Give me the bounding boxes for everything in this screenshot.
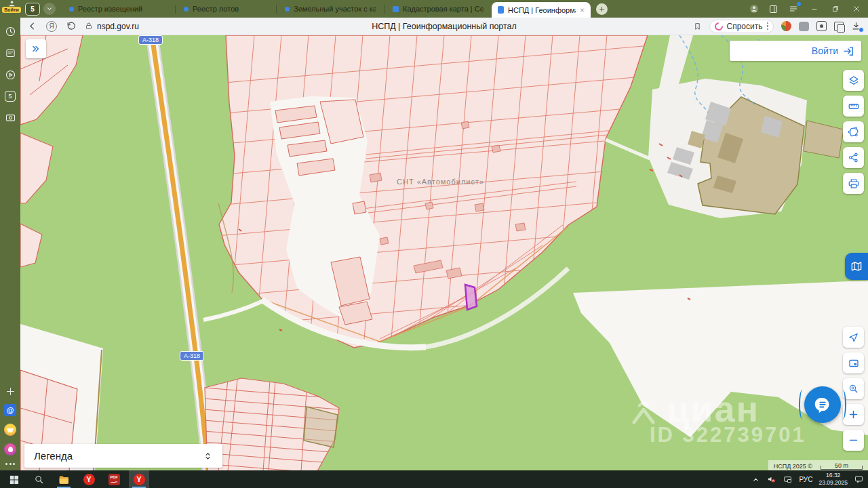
- downloads-button[interactable]: [851, 21, 861, 31]
- zoom-out-button[interactable]: [843, 430, 864, 451]
- share-button[interactable]: [843, 147, 864, 168]
- hidden-icons-chevron[interactable]: [751, 475, 760, 484]
- selected-parcel[interactable]: [465, 285, 477, 310]
- time-text: 16:32: [826, 472, 840, 479]
- back-icon[interactable]: [27, 21, 37, 31]
- search-icon: [848, 383, 859, 394]
- minimize-button[interactable]: [808, 3, 821, 15]
- close-tab-icon[interactable]: [580, 7, 585, 13]
- download-badge: [859, 27, 864, 33]
- tabs-dropdown-button[interactable]: [43, 3, 56, 15]
- tab-favicon: [393, 6, 399, 12]
- legend-dropdown[interactable]: Легенда: [24, 444, 222, 468]
- pdf-app-button[interactable]: PDF: [104, 470, 124, 488]
- taskbar-search-button[interactable]: [28, 470, 49, 488]
- browser-window-controls: [749, 3, 868, 15]
- print-icon: [848, 178, 860, 190]
- browser-tabbar: Войти 5 Реестр извещений Реестр лотов Зе…: [0, 0, 868, 18]
- scale-label: 50 m: [821, 462, 863, 469]
- map-navigation: [843, 327, 864, 451]
- menu-badge: [797, 2, 801, 6]
- side-panel-tab[interactable]: [845, 253, 868, 280]
- history-icon[interactable]: [5, 26, 16, 37]
- extension-icon-3[interactable]: [816, 21, 827, 31]
- bookmark-icon[interactable]: [693, 22, 702, 31]
- ask-alice-button[interactable]: Спросить: [709, 20, 774, 33]
- tab-nspd-active[interactable]: НСПД | Геоинформац: [492, 2, 591, 18]
- new-tab-button[interactable]: [596, 3, 608, 15]
- notifications-icon[interactable]: [854, 474, 864, 484]
- map-panel-icon: [850, 260, 863, 273]
- screenshot-icon[interactable]: [5, 112, 16, 123]
- yandex-browser-button[interactable]: Y: [79, 470, 99, 488]
- video-icon[interactable]: [5, 69, 16, 81]
- location-arrow-icon: [848, 331, 859, 343]
- windows-taskbar: Y PDF Y РУС 16:32 23.09.2025: [0, 470, 868, 488]
- extension-icon-1[interactable]: [781, 21, 791, 31]
- tab-counter[interactable]: 5: [25, 3, 40, 16]
- bookmarks-panel-icon[interactable]: [768, 4, 778, 14]
- tab-label: Земельный участок с кад: [294, 5, 376, 13]
- yandex-mail-app-icon[interactable]: [4, 424, 16, 436]
- search-on-map-button[interactable]: [843, 378, 864, 399]
- display-cast-icon[interactable]: [783, 475, 793, 484]
- tab-reestr-lotov[interactable]: Реестр лотов: [176, 0, 276, 18]
- reload-icon[interactable]: [66, 21, 76, 31]
- measure-button[interactable]: [843, 96, 864, 117]
- tab-label: Реестр лотов: [193, 5, 239, 13]
- restore-button[interactable]: [829, 3, 842, 15]
- login-icon: [843, 45, 854, 57]
- map-login-bar[interactable]: Войти: [730, 41, 861, 61]
- tab-zemelny-uchastok[interactable]: Земельный участок с кад: [277, 0, 384, 18]
- folder-icon: [58, 474, 70, 485]
- mail-app-icon[interactable]: @: [4, 404, 16, 416]
- road-shield-south: А-318: [180, 351, 204, 361]
- file-explorer-button[interactable]: [54, 470, 74, 488]
- map-area: Войти: [20, 35, 868, 470]
- add-app-icon[interactable]: [5, 386, 16, 396]
- browser-menu-button[interactable]: [787, 3, 800, 15]
- plus-icon: [599, 6, 605, 12]
- select-area-button[interactable]: [843, 121, 864, 142]
- url-field[interactable]: nspd.gov.ru: [85, 22, 139, 31]
- scale-bar: 50 m: [821, 462, 863, 470]
- yandex-logo-icon[interactable]: Я: [46, 21, 57, 32]
- language-indicator[interactable]: РУС: [799, 476, 812, 483]
- sidebar-tabs-count[interactable]: 5: [5, 91, 16, 102]
- browser-login-badge[interactable]: Войти: [1, 0, 22, 18]
- my-location-button[interactable]: [843, 327, 864, 348]
- area-label: СНТ «Автомобилист»: [397, 178, 484, 186]
- tab-strip: Реестр извещений Реестр лотов Земельный …: [61, 0, 608, 18]
- alice-app-icon[interactable]: [4, 443, 16, 455]
- taskbar-clock[interactable]: 16:32 23.09.2025: [818, 472, 848, 486]
- layers-button[interactable]: [843, 70, 864, 91]
- close-window-button[interactable]: [850, 3, 863, 15]
- map-login-label: Войти: [812, 45, 838, 56]
- lasso-icon: [848, 126, 860, 138]
- map-attribution: НСПД 2025 © 50 m: [768, 460, 868, 470]
- url-text: nspd.gov.ru: [97, 22, 139, 31]
- browser-sidebar: 5 @: [0, 18, 20, 470]
- print-button[interactable]: [843, 173, 864, 194]
- expand-panel-button[interactable]: [26, 39, 46, 58]
- tab-label: НСПД | Геоинформац: [508, 6, 576, 14]
- chat-fab[interactable]: [804, 386, 841, 423]
- feed-icon[interactable]: [5, 47, 16, 59]
- overview-map-button[interactable]: [843, 352, 864, 373]
- tab-reestr-izveshcheniy[interactable]: Реестр извещений: [61, 0, 175, 18]
- close-icon: [852, 5, 861, 13]
- profile-avatar-icon[interactable]: [749, 3, 760, 14]
- attribution-text: НСПД 2025 ©: [774, 463, 812, 470]
- extension-icon-2[interactable]: [799, 22, 809, 31]
- tab-kadastrovaya-karta[interactable]: Кадастровая карта | Сер: [384, 0, 492, 18]
- tab-favicon: [285, 7, 290, 12]
- tab-label: Реестр извещений: [78, 5, 142, 13]
- legend-label: Легенда: [34, 450, 73, 462]
- sidebar-more-icon[interactable]: [5, 463, 15, 465]
- yandex-browser-active-button[interactable]: Y: [129, 470, 149, 488]
- extension-icon-4[interactable]: [834, 22, 844, 31]
- volume-muted-icon[interactable]: [766, 474, 776, 484]
- start-button[interactable]: [3, 470, 24, 488]
- login-pill-label: Войти: [2, 7, 20, 13]
- more-icon[interactable]: [767, 22, 769, 30]
